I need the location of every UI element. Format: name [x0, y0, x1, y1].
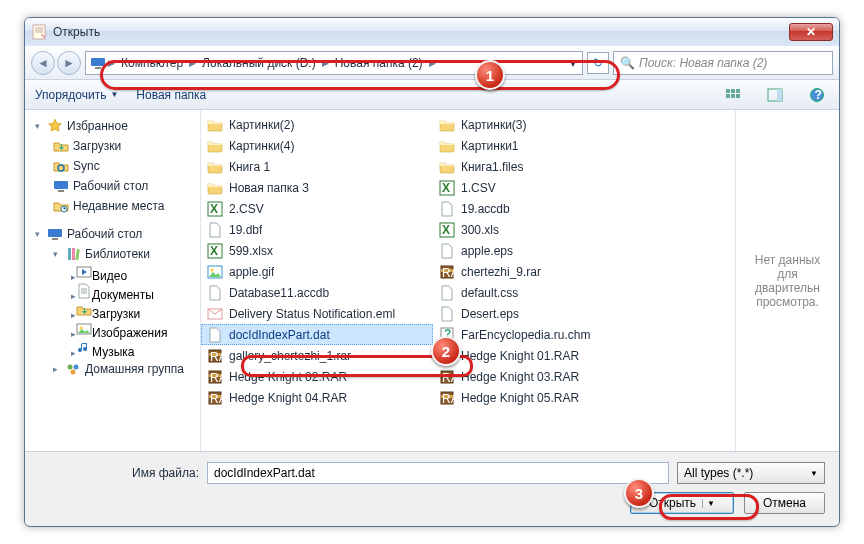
chevron-right-icon: ▶: [322, 58, 329, 68]
file-item[interactable]: Новая папка 3: [201, 177, 433, 198]
file-name: 19.dbf: [229, 223, 262, 237]
nav-downloads[interactable]: Загрузки: [27, 136, 198, 156]
filetype-combo[interactable]: All types (*.*) ▼: [677, 462, 825, 484]
split-chevron-icon: ▼: [702, 499, 715, 508]
close-button[interactable]: ✕: [789, 23, 833, 41]
file-item[interactable]: 19.accdb: [433, 198, 665, 219]
file-list[interactable]: Картинки(2)Картинки(4)Книга 1Новая папка…: [201, 110, 735, 451]
svg-rect-2: [95, 67, 101, 69]
file-item[interactable]: Книга 1: [201, 156, 433, 177]
search-input[interactable]: 🔍 Поиск: Новая папка (2): [613, 51, 833, 75]
nav-desktop[interactable]: ▾ Рабочий стол: [27, 224, 198, 244]
file-item[interactable]: RARHedge Knight 02.RAR: [201, 366, 433, 387]
file-name: Картинки(3): [461, 118, 527, 132]
forward-icon: ►: [63, 56, 75, 70]
file-item[interactable]: RARchertezhi_9.rar: [433, 261, 665, 282]
file-item[interactable]: apple.gif: [201, 261, 433, 282]
file-item[interactable]: Database11.accdb: [201, 282, 433, 303]
file-item[interactable]: Картинки(4): [201, 135, 433, 156]
file-item[interactable]: docIdIndexPart.dat: [201, 324, 433, 345]
nav-recent[interactable]: Недавние места: [27, 196, 198, 216]
file-item[interactable]: ?FarEncyclopedia.ru.chm: [433, 324, 665, 345]
file-item[interactable]: X1.CSV: [433, 177, 665, 198]
desktop-icon: [53, 178, 69, 194]
file-item[interactable]: apple.eps: [433, 240, 665, 261]
svg-text:RAR: RAR: [442, 371, 455, 385]
svg-text:?: ?: [815, 88, 822, 102]
rar-icon: RAR: [207, 390, 223, 406]
nav-favorites[interactable]: ▾ Избранное: [27, 116, 198, 136]
nav-music[interactable]: ▸Музыка: [27, 340, 198, 359]
file-item[interactable]: X300.xls: [433, 219, 665, 240]
file-name: 2.CSV: [229, 202, 264, 216]
help-button[interactable]: ?: [805, 84, 829, 106]
file-name: Hedge Knight 01.RAR: [461, 349, 579, 363]
svg-text:RAR: RAR: [442, 392, 455, 406]
file-item[interactable]: Картинки1: [433, 135, 665, 156]
new-folder-button[interactable]: Новая папка: [136, 88, 206, 102]
music-icon: [76, 340, 92, 356]
file-item[interactable]: RARHedge Knight 03.RAR: [433, 366, 665, 387]
xls-icon: X: [439, 222, 455, 238]
svg-text:RAR: RAR: [210, 392, 223, 406]
file-name: Hedge Knight 03.RAR: [461, 370, 579, 384]
nav-libraries[interactable]: ▾ Библиотеки: [27, 244, 198, 264]
file-name: 19.accdb: [461, 202, 510, 216]
video-icon: [76, 264, 92, 280]
desktop-icon: [47, 226, 63, 242]
file-item[interactable]: RARHedge Knight 01.RAR: [433, 345, 665, 366]
file-item[interactable]: RARHedge Knight 05.RAR: [433, 387, 665, 408]
address-dropdown[interactable]: ▾: [568, 56, 578, 70]
file-item[interactable]: X2.CSV: [201, 198, 433, 219]
open-dialog: Открыть ✕ ◄ ► ▶ Компьютер ▶ Локальный ди…: [24, 17, 840, 527]
chevron-down-icon: ▼: [810, 469, 818, 478]
back-button[interactable]: ◄: [31, 51, 55, 75]
file-name: 300.xls: [461, 223, 499, 237]
crumb-drive[interactable]: Локальный диск (D:): [198, 56, 320, 70]
file-name: Desert.eps: [461, 307, 519, 321]
file-item[interactable]: X599.xlsx: [201, 240, 433, 261]
refresh-button[interactable]: ↻: [587, 52, 609, 74]
breadcrumb[interactable]: ▶ Компьютер ▶ Локальный диск (D:) ▶ Нова…: [85, 51, 583, 75]
collapse-icon: ▾: [35, 121, 43, 131]
file-item[interactable]: default.css: [433, 282, 665, 303]
crumb-computer[interactable]: Компьютер: [117, 56, 187, 70]
preview-pane-button[interactable]: [763, 84, 787, 106]
file-item[interactable]: Desert.eps: [433, 303, 665, 324]
file-area: Картинки(2)Картинки(4)Книга 1Новая папка…: [201, 110, 839, 451]
view-mode-button[interactable]: [721, 84, 745, 106]
open-button[interactable]: Открыть ▼: [630, 492, 734, 514]
nav-documents[interactable]: ▸Документы: [27, 283, 198, 302]
file-name: 1.CSV: [461, 181, 496, 195]
nav-desktop-fav[interactable]: Рабочий стол: [27, 176, 198, 196]
forward-button[interactable]: ►: [57, 51, 81, 75]
file-item[interactable]: Delivery Status Notification.eml: [201, 303, 433, 324]
file-name: Картинки(2): [229, 118, 295, 132]
file-item[interactable]: Картинки(2): [201, 114, 433, 135]
file-item[interactable]: 19.dbf: [201, 219, 433, 240]
file-item[interactable]: RARHedge Knight 04.RAR: [201, 387, 433, 408]
address-row: ◄ ► ▶ Компьютер ▶ Локальный диск (D:) ▶ …: [25, 46, 839, 80]
svg-point-26: [71, 370, 76, 375]
cancel-button[interactable]: Отмена: [744, 492, 825, 514]
nav-sync[interactable]: Sync: [27, 156, 198, 176]
svg-rect-8: [736, 94, 740, 98]
libraries-icon: [65, 246, 81, 262]
nav-homegroup[interactable]: ▸Домашняя группа: [27, 359, 198, 379]
search-icon: 🔍: [620, 56, 635, 70]
search-placeholder: Поиск: Новая папка (2): [639, 56, 767, 70]
file-item[interactable]: RARgallery_chertezhi_1.rar: [201, 345, 433, 366]
folder-icon: [207, 138, 223, 154]
filename-input[interactable]: [207, 462, 669, 484]
nav-pictures[interactable]: ▸Изображения: [27, 321, 198, 340]
file-name: Hedge Knight 05.RAR: [461, 391, 579, 405]
file-name: Hedge Knight 02.RAR: [229, 370, 347, 384]
nav-downloads-lib[interactable]: ▸Загрузки: [27, 302, 198, 321]
crumb-folder[interactable]: Новая папка (2): [331, 56, 427, 70]
svg-text:RAR: RAR: [442, 350, 455, 364]
nav-videos[interactable]: ▸Видео: [27, 264, 198, 283]
file-item[interactable]: Книга1.files: [433, 156, 665, 177]
organize-menu[interactable]: Упорядочить ▼: [35, 88, 118, 102]
file-item[interactable]: Картинки(3): [433, 114, 665, 135]
window-title: Открыть: [53, 25, 100, 39]
